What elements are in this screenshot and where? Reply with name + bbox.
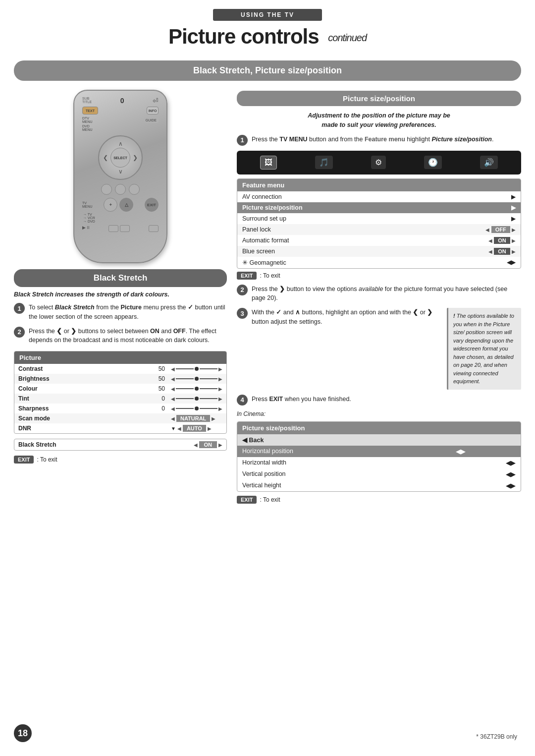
step2-black-stretch: 2 Press the ❮ or ❯ buttons to select bet…: [14, 327, 227, 346]
table-row: Black Stretch ◀ ON ▶: [14, 439, 226, 450]
step2-pic-size: 2 Press the ❯ button to view the options…: [237, 285, 521, 303]
menu-icon-time: 🕐: [424, 156, 442, 169]
side-note: ! The options available to you when in t…: [447, 308, 521, 390]
title-main: Picture controls: [168, 25, 319, 48]
feature-menu-header: Feature menu: [237, 179, 521, 191]
table-row: Colour 50 ◀▶: [14, 384, 226, 394]
menu-icon-settings: ⚙: [371, 156, 386, 169]
remote-image-container: SUBTITLE 0 ⏎ TEXT INFO DTVMENU GUIDE DVD…: [14, 90, 227, 263]
step3-left: 3 With the ✓ and ∧ buttons, highlight an…: [237, 308, 437, 327]
step3-text: With the ✓ and ∧ buttons, highlight an o…: [252, 308, 437, 327]
italic-note: Adjustment to the position of the pictur…: [237, 111, 521, 130]
menu-icon-audio2: 🔊: [480, 156, 498, 169]
step4-pic-size: 4 Press EXIT when you have finished.: [237, 395, 521, 406]
table-row: Surround set up ▶: [237, 213, 521, 224]
pic-size-header: Picture size/position: [237, 91, 521, 106]
bottom-table-container: Black Stretch ◀ ON ▶: [14, 439, 227, 451]
table-row: DNR ▼ ◀ AUTO ▶: [14, 423, 226, 433]
table-row: Automatic format ◀ ON ▶: [237, 235, 521, 246]
table-row: ✳ Geomagnetic ◀▶: [237, 257, 521, 268]
step1-right-text: Press the TV MENU button and from the Fe…: [252, 135, 493, 144]
picsize-table: ◀ Back Horizontal position ◀▶ Horizontal…: [237, 434, 521, 491]
picsize-table-header: Picture size/position: [237, 422, 521, 434]
table-row-back: ◀ Back: [237, 434, 521, 446]
left-column: SUBTITLE 0 ⏎ TEXT INFO DTVMENU GUIDE DVD…: [14, 81, 227, 508]
exit-button-2: EXIT : To exit: [237, 272, 521, 280]
picsize-table-container: Picture size/position ◀ Back Horizontal …: [237, 421, 521, 492]
picture-table-header: Picture: [14, 351, 226, 364]
step4-right-num: 4: [237, 395, 248, 406]
exit-label-3: : To exit: [260, 496, 280, 503]
menu-icon-audio: 🎵: [315, 156, 333, 169]
table-row: Tint 0 ◀▶: [14, 394, 226, 404]
picture-table: Contrast 50 ◀▶ Brightness 50 ◀▶: [14, 364, 226, 433]
exit-button-3: EXIT : To exit: [237, 496, 521, 504]
exit-label-1: : To exit: [37, 456, 57, 463]
picture-table-container: Picture Contrast 50 ◀▶ Brightness 50: [14, 351, 227, 434]
title-continued: continued: [328, 32, 367, 43]
table-row: Vertical position ◀▶: [237, 468, 521, 480]
table-row: Blue screen ◀ ON ▶: [237, 246, 521, 257]
header-band-text: USING THE TV: [241, 11, 294, 18]
bottom-table: Black Stretch ◀ ON ▶: [14, 439, 226, 450]
right-column: Picture size/position Adjustment to the …: [237, 81, 521, 508]
step1-text: To select Black Stretch from the Picture…: [29, 303, 227, 322]
exit-label-2: : To exit: [260, 272, 280, 279]
table-row: Contrast 50 ◀▶: [14, 364, 226, 374]
step2-right-text: Press the ❯ button to view the options a…: [252, 285, 521, 303]
menu-icons-row: 🖼 🎵 ⚙ 🕐 🔊: [237, 151, 521, 174]
menu-icon-picture: 🖼: [260, 156, 277, 170]
exit-badge-3[interactable]: EXIT: [237, 496, 257, 504]
in-cinema-label: In Cinema:: [237, 410, 521, 417]
step1-right-num: 1: [237, 135, 248, 146]
table-row: Sharpness 0 ◀▶: [14, 404, 226, 413]
header-band: USING THE TV: [213, 9, 322, 21]
table-row-highlight: Horizontal position ◀▶: [237, 446, 521, 457]
black-stretch-tagline: Black Stretch increases the strength of …: [14, 291, 227, 298]
table-row: AV connection ▶: [237, 191, 521, 202]
step2-text: Press the ❮ or ❯ buttons to select betwe…: [29, 327, 227, 346]
table-row: Scan mode ◀ NATURAL ▶: [14, 413, 226, 423]
feature-menu-container: Feature menu AV connection ▶ Picture siz…: [237, 178, 521, 269]
step1-black-stretch: 1 To select Black Stretch from the Pictu…: [14, 303, 227, 322]
step1-pic-size: 1 Press the TV MENU button and from the …: [237, 135, 521, 146]
step3-pic-size: 3 With the ✓ and ∧ buttons, highlight an…: [237, 308, 521, 390]
table-row-highlight: Picture size/position ▶: [237, 202, 521, 213]
step2-right-num: 2: [237, 285, 248, 295]
exit-badge-1[interactable]: EXIT: [14, 456, 34, 464]
remote-nav: ∧ ∨ ❮ ❯ SELECT: [98, 135, 143, 180]
step3-right: ! The options available to you when in t…: [442, 308, 521, 390]
step3-num: 3: [237, 308, 248, 319]
table-row: Panel lock ◀ OFF ▶: [237, 224, 521, 235]
table-row: Vertical height ◀▶: [237, 480, 521, 491]
step4-right-text: Press EXIT when you have finished.: [252, 395, 351, 404]
remote-image: SUBTITLE 0 ⏎ TEXT INFO DTVMENU GUIDE DVD…: [73, 90, 167, 263]
section-header: Black Stretch, Picture size/position: [14, 60, 521, 81]
exit-badge-2[interactable]: EXIT: [237, 272, 257, 280]
page-number: 18: [14, 724, 32, 742]
black-stretch-header: Black Stretch: [14, 269, 227, 287]
feature-menu-table: AV connection ▶ Picture size/position ▶ …: [237, 191, 521, 268]
footnote: * 36ZT29B only: [476, 733, 517, 740]
table-row: Horizontal width ◀▶: [237, 457, 521, 468]
table-row: Brightness 50 ◀▶: [14, 374, 226, 384]
step1-num: 1: [14, 303, 25, 314]
step2-num: 2: [14, 327, 25, 338]
exit-button-1: EXIT : To exit: [14, 456, 227, 464]
page-title: Picture controls continued: [0, 25, 535, 49]
